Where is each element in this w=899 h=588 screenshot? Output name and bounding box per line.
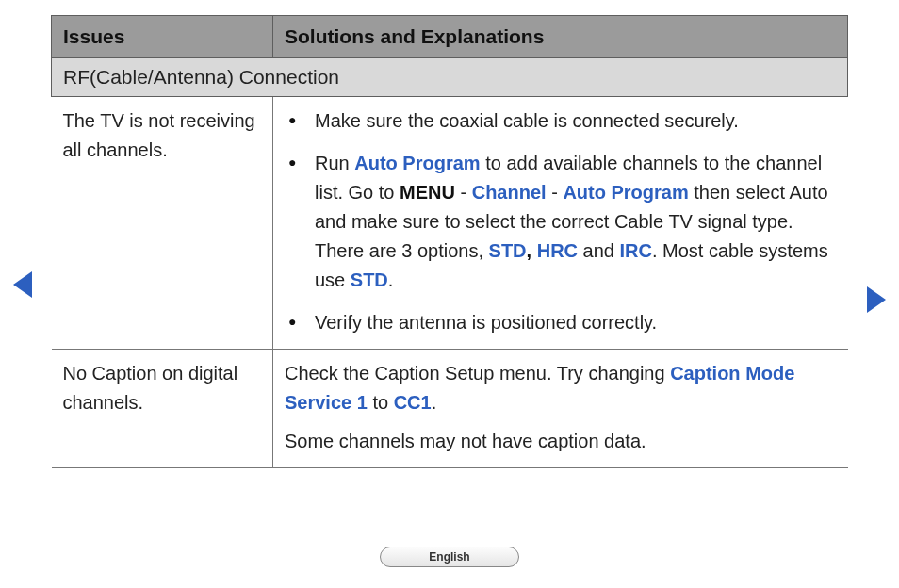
table-row: The TV is not receiving all channels. Ma… bbox=[52, 97, 848, 350]
list-item: Verify the antenna is positioned correct… bbox=[288, 308, 837, 337]
table-row: No Caption on digital channels. Check th… bbox=[52, 350, 848, 468]
list-item: Run Auto Program to add available channe… bbox=[288, 149, 837, 295]
paragraph: Some channels may not have caption data. bbox=[285, 427, 837, 456]
table-section-row: RF(Cable/Antenna) Connection bbox=[52, 58, 848, 97]
manual-page: Issues Solutions and Explanations RF(Cab… bbox=[0, 0, 899, 588]
solution-cell: Check the Caption Setup menu. Try changi… bbox=[273, 350, 848, 468]
header-solutions: Solutions and Explanations bbox=[273, 16, 848, 58]
next-page-arrow-icon[interactable] bbox=[867, 286, 886, 313]
prev-page-arrow-icon[interactable] bbox=[13, 271, 32, 298]
paragraph: Check the Caption Setup menu. Try changi… bbox=[285, 359, 837, 417]
table-header-row: Issues Solutions and Explanations bbox=[52, 16, 848, 58]
header-issues: Issues bbox=[52, 16, 273, 58]
section-title: RF(Cable/Antenna) Connection bbox=[52, 58, 848, 97]
bullet-list: Make sure the coaxial cable is connected… bbox=[285, 106, 837, 337]
language-indicator: English bbox=[380, 547, 519, 567]
troubleshooting-table: Issues Solutions and Explanations RF(Cab… bbox=[51, 15, 848, 468]
solution-cell: Make sure the coaxial cable is connected… bbox=[273, 97, 848, 350]
list-item: Make sure the coaxial cable is connected… bbox=[288, 106, 837, 136]
issue-cell: No Caption on digital channels. bbox=[52, 350, 273, 468]
issue-cell: The TV is not receiving all channels. bbox=[52, 97, 273, 350]
